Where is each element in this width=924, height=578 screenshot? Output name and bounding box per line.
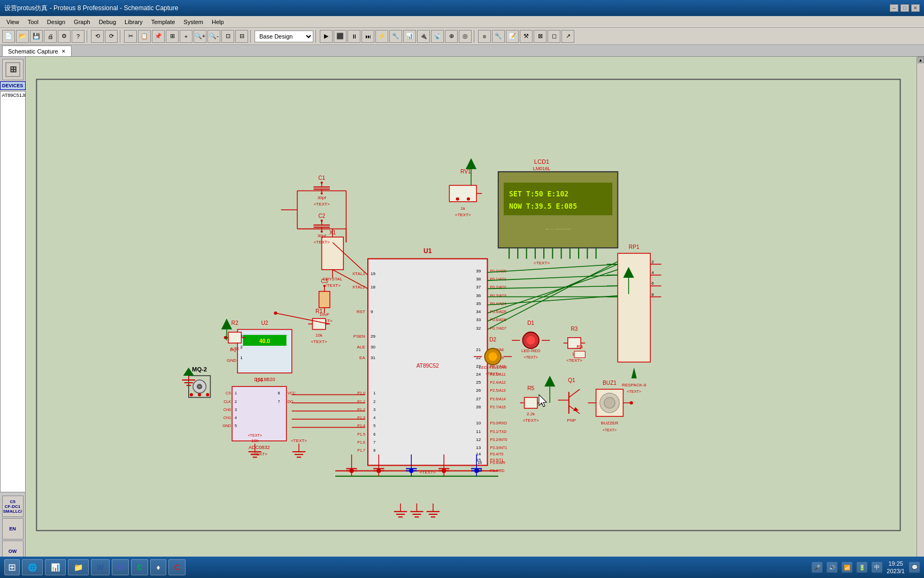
taskbar-app-8[interactable]: C xyxy=(168,559,186,575)
tab-schematic[interactable]: Schematic Capture ✕ xyxy=(2,45,72,56)
svg-text:5: 5 xyxy=(373,424,375,428)
taskbar-start[interactable]: ⊞ xyxy=(4,559,20,575)
tb-btn5[interactable]: ⚙ xyxy=(58,30,71,43)
menu-system[interactable]: System xyxy=(179,18,207,26)
svg-text:LED-RED: LED-RED xyxy=(521,348,541,353)
devices-panel[interactable]: DEVICES xyxy=(0,81,26,90)
svg-text:P3.0/RXD: P3.0/RXD xyxy=(490,421,507,425)
canvas-area[interactable]: U1 AT89C52 XTAL1 XTAL2 RST PSEN ALE EA P… xyxy=(26,57,917,564)
tab-close-button[interactable]: ✕ xyxy=(61,49,66,54)
tb-btn25[interactable]: ⊕ xyxy=(445,30,458,43)
tb-stop[interactable]: ⬛ xyxy=(334,30,346,43)
tb-pause[interactable]: ⏸ xyxy=(348,30,360,43)
tb-btn6[interactable]: ? xyxy=(72,30,84,43)
svg-text:LED-YELLOW: LED-YELLOW xyxy=(479,365,507,370)
svg-text:BUZ1: BUZ1 xyxy=(603,380,617,386)
minimize-button[interactable]: ─ xyxy=(890,4,898,12)
tb-btn7[interactable]: ⟲ xyxy=(91,30,104,43)
tb-zoom-out[interactable]: 🔍- xyxy=(207,30,220,43)
tb-btn8[interactable]: ⟳ xyxy=(105,30,118,43)
toolbar-sep4 xyxy=(315,30,318,43)
taskbar-network-icon[interactable]: 📶 xyxy=(842,562,852,573)
menu-library[interactable]: Library xyxy=(120,18,147,26)
tb-btn21[interactable]: 🔧 xyxy=(389,30,402,43)
device-item-0[interactable]: AT89C51JLH xyxy=(1,92,25,100)
svg-text:<TEXT>: <TEXT> xyxy=(566,359,582,363)
tb-right3[interactable]: 📝 xyxy=(506,30,519,43)
taskbar-time[interactable]: 19:25 2023/1 xyxy=(887,560,905,575)
menu-graph[interactable]: Graph xyxy=(70,18,95,26)
svg-text:PSEN: PSEN xyxy=(353,334,365,339)
svg-text:26: 26 xyxy=(476,388,481,393)
tb-btn26[interactable]: ◎ xyxy=(459,30,472,43)
tb-btn24[interactable]: 📡 xyxy=(431,30,444,43)
svg-text:P0.3/AD3: P0.3/AD3 xyxy=(490,294,506,298)
svg-text:P3.1/TXD: P3.1/TXD xyxy=(490,430,507,434)
svg-point-178 xyxy=(456,197,459,201)
svg-rect-90 xyxy=(319,291,330,307)
svg-text:9: 9 xyxy=(371,309,373,314)
sidebar-tool-1[interactable]: C5CF-DC1SMALLC/ xyxy=(2,496,24,517)
tb-step[interactable]: ⏭ xyxy=(361,30,374,43)
menu-view[interactable]: View xyxy=(2,18,24,26)
svg-text:XTAL2: XTAL2 xyxy=(352,285,366,290)
close-button[interactable]: ✕ xyxy=(911,4,920,12)
tb-save[interactable]: 💾 xyxy=(30,30,43,43)
tb-right2[interactable]: 🔧 xyxy=(492,30,505,43)
tb-new[interactable]: 📄 xyxy=(2,30,15,43)
menu-tool[interactable]: Tool xyxy=(24,18,43,26)
tb-btn13[interactable]: + xyxy=(180,30,192,43)
tb-zoom-full[interactable]: ⊟ xyxy=(235,30,248,43)
taskbar-app-2[interactable]: 📊 xyxy=(45,559,66,575)
menu-template[interactable]: Template xyxy=(147,18,180,26)
tb-print[interactable]: 🖨 xyxy=(44,30,57,43)
window-controls: ─ □ ✕ xyxy=(890,4,920,12)
tb-right6[interactable]: ◻ xyxy=(548,30,560,43)
tb-zoom-in[interactable]: 🔍+ xyxy=(194,30,206,43)
svg-point-201 xyxy=(527,336,535,345)
tb-btn9[interactable]: ✂ xyxy=(124,30,137,43)
tb-btn10[interactable]: 📋 xyxy=(138,30,151,43)
sidebar-tool-select[interactable]: ⊞ xyxy=(2,59,24,80)
taskbar-mic-icon[interactable]: 🎤 xyxy=(812,562,822,573)
taskbar-app-edge[interactable]: 🌐 xyxy=(22,559,43,575)
taskbar-app-word[interactable]: W xyxy=(91,559,110,575)
svg-text:P1.5: P1.5 xyxy=(357,432,365,437)
menu-debug[interactable]: Debug xyxy=(95,18,120,26)
svg-text:P3.4/T0: P3.4/T0 xyxy=(490,452,504,457)
clock-date: 2023/1 xyxy=(887,567,905,575)
tb-btn12[interactable]: ⊞ xyxy=(166,30,179,43)
tb-btn22[interactable]: 📊 xyxy=(403,30,416,43)
svg-text:R5: R5 xyxy=(527,385,534,391)
tb-right7[interactable]: ↗ xyxy=(561,30,574,43)
tb-btn20[interactable]: ⚡ xyxy=(375,30,388,43)
taskbar-app-5[interactable]: U xyxy=(112,559,129,575)
menu-design[interactable]: Design xyxy=(43,18,70,26)
taskbar-app-7[interactable]: ♦ xyxy=(150,559,166,575)
vertical-scrollbar[interactable]: ▲ ▼ xyxy=(917,57,924,564)
taskbar-sound-icon[interactable]: 🔊 xyxy=(827,562,837,573)
svg-text:R3: R3 xyxy=(571,326,578,332)
svg-text:<TEXT>: <TEXT> xyxy=(291,438,307,443)
tb-btn23[interactable]: 🔌 xyxy=(417,30,430,43)
taskbar-app-6[interactable]: C xyxy=(131,559,148,575)
sidebar-tool-2[interactable]: EN xyxy=(2,518,24,539)
tb-right4[interactable]: ⚒ xyxy=(520,30,533,43)
tb-right1[interactable]: ≡ xyxy=(478,30,491,43)
tb-zoom-fit[interactable]: ⊡ xyxy=(221,30,234,43)
tb-right5[interactable]: ⊠ xyxy=(534,30,546,43)
svg-text:39: 39 xyxy=(476,269,481,273)
tb-btn11[interactable]: 📌 xyxy=(152,30,165,43)
design-dropdown[interactable]: Base Design xyxy=(255,31,313,42)
taskbar-notification-icon[interactable]: 💬 xyxy=(909,562,920,573)
maximize-button[interactable]: □ xyxy=(900,4,909,12)
svg-text:10k: 10k xyxy=(315,333,323,338)
menu-help[interactable]: Help xyxy=(207,18,228,26)
svg-text:ALE: ALE xyxy=(357,345,366,349)
taskbar-battery-icon[interactable]: 🔋 xyxy=(857,562,867,573)
tb-run[interactable]: ▶ xyxy=(320,30,333,43)
svg-point-263 xyxy=(274,311,277,315)
tb-open[interactable]: 📂 xyxy=(16,30,29,43)
taskbar-keyboard-icon[interactable]: 中 xyxy=(872,562,882,573)
taskbar-app-explorer[interactable]: 📁 xyxy=(68,559,89,575)
